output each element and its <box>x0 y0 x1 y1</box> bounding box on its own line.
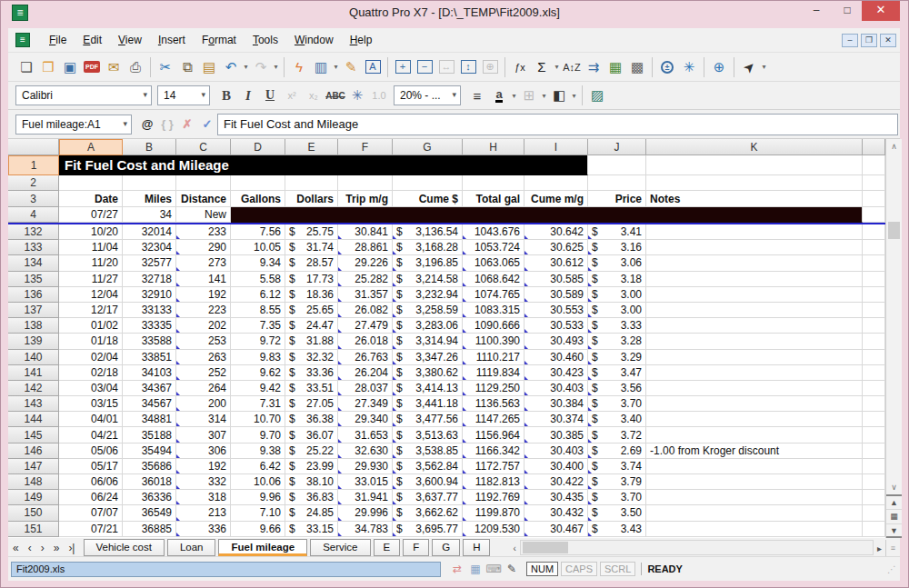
cell-K144[interactable] <box>646 412 863 427</box>
text-color-icon[interactable]: a <box>488 85 510 106</box>
row-header-4[interactable]: 4 <box>8 207 59 223</box>
row-header-133[interactable]: 133 <box>8 240 59 255</box>
select-all-corner[interactable] <box>8 139 59 155</box>
redo-icon-dropdown[interactable]: ▾ <box>272 56 280 78</box>
cell-J145[interactable]: $3.72 <box>588 427 646 443</box>
cell-G143[interactable]: $3,441.18 <box>393 396 463 412</box>
cell-J132[interactable]: $3.41 <box>588 224 646 240</box>
cell-H151[interactable]: 1209.530 <box>463 522 524 537</box>
cell-D148[interactable]: 10.06 <box>231 474 285 490</box>
cell-B143[interactable]: 34567 <box>123 396 176 412</box>
cell-A147[interactable]: 05/17 <box>59 459 123 474</box>
column-header-C[interactable]: C <box>176 139 231 155</box>
cell-C137[interactable]: 223 <box>176 303 231 318</box>
fit-width-icon[interactable]: ↔ <box>435 56 457 78</box>
row-header-143[interactable]: 143 <box>8 396 59 412</box>
row-header-146[interactable]: 146 <box>8 443 59 459</box>
cell-H137[interactable]: 1083.315 <box>463 303 524 318</box>
row-header-138[interactable]: 138 <box>8 318 59 334</box>
cell-F139[interactable]: 26.018 <box>338 334 393 349</box>
insert-cells-icon[interactable]: + <box>392 56 414 78</box>
strikethrough-button[interactable]: ABC <box>325 85 346 106</box>
menu-item-window[interactable]: Window <box>286 30 342 50</box>
cell-D143[interactable]: 7.31 <box>231 396 285 412</box>
cell-F151[interactable]: 34.783 <box>338 522 393 537</box>
cell-B134[interactable]: 32577 <box>123 255 176 271</box>
cell-F147[interactable]: 29.930 <box>338 459 393 474</box>
cell-J139[interactable]: $3.28 <box>588 334 646 349</box>
cell-J150[interactable]: $3.50 <box>588 505 646 521</box>
sheet-tab-g[interactable]: G <box>432 539 460 556</box>
vertical-scroll-thumb[interactable] <box>888 222 900 239</box>
header-cell-G3[interactable]: Cume $ <box>393 191 463 207</box>
cell-E2[interactable] <box>285 175 338 191</box>
cell-G150[interactable]: $3,662.62 <box>393 505 463 521</box>
cell-D151[interactable]: 9.66 <box>231 522 285 537</box>
cell-G144[interactable]: $3,477.56 <box>393 412 463 427</box>
cell-J138[interactable]: $3.33 <box>588 318 646 334</box>
open-file-name[interactable]: Fit2009.xls <box>11 562 441 577</box>
cell-K139[interactable] <box>646 334 863 349</box>
cell-C142[interactable]: 264 <box>176 381 231 396</box>
cell-G136[interactable]: $3,232.94 <box>393 287 463 303</box>
cell-I147[interactable]: 30.400 <box>524 459 588 474</box>
formula-input[interactable] <box>217 114 898 135</box>
cell-F137[interactable]: 26.082 <box>338 303 393 318</box>
cell-D136[interactable]: 6.12 <box>231 287 285 303</box>
cell-G137[interactable]: $3,258.59 <box>393 303 463 318</box>
quicksum-icon-dropdown[interactable]: ▾ <box>553 56 561 78</box>
open-file-icon[interactable]: ❒ <box>37 56 59 78</box>
cell-J1[interactable] <box>588 155 646 175</box>
header-cell-C3[interactable]: Distance <box>176 191 231 207</box>
cell-C139[interactable]: 253 <box>176 334 231 349</box>
row-header-144[interactable]: 144 <box>8 412 59 427</box>
column-header-E[interactable]: E <box>285 139 338 155</box>
menu-item-format[interactable]: Format <box>194 30 245 50</box>
minimize-button[interactable]: – <box>803 1 830 21</box>
selection-properties-icon[interactable]: ▨ <box>586 85 608 106</box>
cell-H144[interactable]: 1147.265 <box>463 412 524 427</box>
cell-E138[interactable]: $24.47 <box>285 318 338 334</box>
cell-E149[interactable]: $36.83 <box>285 490 338 505</box>
sheet-tab-f[interactable]: F <box>403 539 429 556</box>
cell-E134[interactable]: $28.57 <box>285 255 338 271</box>
sheet-tab-h[interactable]: H <box>463 539 490 556</box>
corel-launcher-icon[interactable]: ➤ <box>738 56 760 78</box>
bold-button[interactable]: B <box>215 85 237 106</box>
cell-I145[interactable]: 30.385 <box>524 427 588 443</box>
cell-G140[interactable]: $3,347.26 <box>393 350 463 365</box>
cell-F149[interactable]: 31.941 <box>338 490 393 505</box>
cell-C136[interactable]: 192 <box>176 287 231 303</box>
cell-I142[interactable]: 30.403 <box>524 381 588 396</box>
cell-A137[interactable]: 12/17 <box>59 303 123 318</box>
cell-C145[interactable]: 307 <box>176 427 231 443</box>
scroll-down-icon[interactable]: ∨ <box>886 480 902 494</box>
cell-E135[interactable]: $17.73 <box>285 272 338 287</box>
quickformat-brush-icon[interactable]: ϟ <box>288 56 310 78</box>
quicksum-icon[interactable]: Σ <box>531 56 553 78</box>
font-name-combo[interactable]: Calibri <box>15 85 152 105</box>
cell-A141[interactable]: 02/18 <box>59 365 123 381</box>
menu-item-view[interactable]: View <box>110 30 150 50</box>
cell-A145[interactable]: 04/21 <box>59 427 123 443</box>
cell-I2[interactable] <box>524 175 588 191</box>
header-cell-F3[interactable]: Trip m/g <box>338 191 393 207</box>
keyboard-icon[interactable]: ⌨ <box>484 563 503 575</box>
cell-A143[interactable]: 03/15 <box>59 396 123 412</box>
cell-F135[interactable]: 25.282 <box>338 272 393 287</box>
cell-E147[interactable]: $23.99 <box>285 459 338 474</box>
cell-I151[interactable]: 30.467 <box>524 522 588 537</box>
redo-icon[interactable]: ↷ <box>250 56 272 78</box>
cell-C140[interactable]: 263 <box>176 350 231 365</box>
cell-C151[interactable]: 336 <box>176 522 231 537</box>
cell-F148[interactable]: 33.015 <box>338 474 393 490</box>
cell-G145[interactable]: $3,513.63 <box>393 427 463 443</box>
cell-I140[interactable]: 30.460 <box>524 350 588 365</box>
cell-A133[interactable]: 11/04 <box>59 240 123 255</box>
row-header-3[interactable]: 3 <box>8 191 59 207</box>
cell-J151[interactable]: $3.43 <box>588 522 646 537</box>
cell-K134[interactable] <box>646 255 863 271</box>
row-header-1[interactable]: 1 <box>8 155 59 175</box>
cell-H132[interactable]: 1043.676 <box>463 224 524 240</box>
cell-H138[interactable]: 1090.666 <box>463 318 524 334</box>
